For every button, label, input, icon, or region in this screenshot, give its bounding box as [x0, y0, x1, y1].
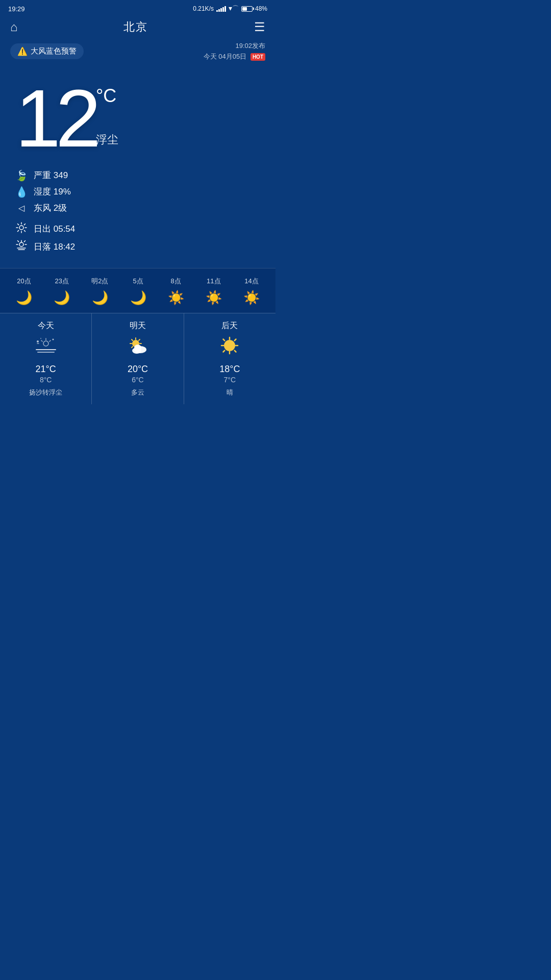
day-high-today: 21°C	[5, 364, 86, 375]
signal-icon	[216, 6, 226, 12]
leaf-icon: 🍃	[15, 169, 28, 182]
day-desc-tomorrow: 多云	[97, 388, 178, 397]
weather-details: 🍃 严重 349 💧 湿度 19% ◁ 东风 2级 日出 05:54	[0, 164, 276, 268]
weather-description: 浮尘	[96, 132, 118, 148]
day-icon-today	[5, 335, 86, 360]
temp-unit: °C	[96, 85, 118, 107]
menu-icon[interactable]: ☰	[254, 20, 265, 34]
humidity-row: 💧 湿度 19%	[15, 186, 260, 198]
day-icon-tomorrow	[97, 335, 178, 360]
moon-icon-0: 🌙	[16, 290, 32, 306]
day-low-day-after: 7°C	[189, 376, 270, 384]
svg-line-45	[235, 350, 236, 352]
hour-label-1: 23点	[55, 277, 68, 286]
hour-label-0: 20点	[17, 277, 31, 286]
hour-label-4: 8点	[171, 277, 181, 286]
alert-badge[interactable]: ⚠️ 大风蓝色预警	[10, 43, 84, 59]
moon-icon-1: 🌙	[54, 290, 70, 306]
wind-row: ◁ 东风 2级	[15, 202, 260, 214]
day-label-today: 今天	[5, 321, 86, 331]
day-label-tomorrow: 明天	[97, 321, 178, 331]
svg-line-32	[132, 339, 133, 340]
sunset-value: 日落 18:42	[34, 241, 75, 253]
day-label-day-after: 后天	[189, 321, 270, 331]
svg-line-14	[24, 240, 25, 241]
day-low-tomorrow: 6°C	[97, 376, 178, 384]
moon-icon-2: 🌙	[92, 290, 108, 306]
svg-line-8	[18, 230, 19, 231]
day-low-today: 8°C	[5, 376, 86, 384]
svg-line-46	[235, 339, 236, 340]
alert-date: 今天 04月05日 HOT	[204, 52, 265, 62]
day-icon-day-after	[189, 335, 270, 360]
hour-label-2: 明2点	[91, 277, 108, 286]
svg-point-9	[19, 242, 23, 247]
warning-icon: ⚠️	[17, 46, 28, 56]
hour-item-0: 20点 🌙	[16, 277, 32, 306]
svg-line-20	[49, 340, 51, 341]
hour-item-5: 11点 ☀️	[206, 277, 222, 306]
sunset-icon	[15, 240, 28, 254]
svg-line-5	[18, 224, 19, 225]
svg-line-35	[132, 346, 133, 347]
day-high-tomorrow: 20°C	[97, 364, 178, 375]
alert-bar: ⚠️ 大风蓝色预警 19:02发布 今天 04月05日 HOT	[0, 41, 276, 67]
day-item-day-after: 后天 18°C 7°C 晴	[184, 313, 276, 404]
status-time: 19:29	[8, 5, 25, 13]
svg-line-19	[41, 340, 42, 341]
hour-item-1: 23点 🌙	[54, 277, 70, 306]
hour-item-3: 5点 🌙	[130, 277, 146, 306]
aqi-value: 严重 349	[34, 169, 68, 181]
sun-icon-5: ☀️	[206, 290, 222, 306]
wind-value: 东风 2级	[34, 202, 67, 214]
svg-line-7	[24, 224, 25, 225]
temperature-display: 12	[15, 78, 96, 159]
hour-label-3: 5点	[133, 277, 143, 286]
sun-icon-4: ☀️	[168, 290, 184, 306]
home-icon[interactable]: ⌂	[10, 20, 18, 34]
day-desc-today: 扬沙转浮尘	[5, 388, 86, 397]
alert-meta: 19:02发布 今天 04月05日 HOT	[204, 41, 265, 62]
hot-badge: HOT	[251, 53, 265, 61]
svg-point-24	[37, 340, 39, 342]
svg-point-25	[52, 338, 54, 340]
sunset-row: 日落 18:42	[15, 240, 260, 254]
temp-unit-weather: °C 浮尘	[96, 78, 118, 148]
svg-line-13	[18, 240, 19, 241]
status-right: 0.21K/s ▾⌒ 48%	[193, 4, 267, 13]
svg-line-44	[223, 339, 225, 340]
sunrise-row: 日出 05:54	[15, 222, 260, 236]
alert-text: 大风蓝色预警	[31, 46, 77, 56]
svg-point-26	[40, 338, 41, 339]
battery-icon	[241, 6, 253, 12]
hour-item-2: 明2点 🌙	[91, 277, 108, 306]
battery-percent: 48%	[255, 5, 267, 12]
day-high-day-after: 18°C	[189, 364, 270, 375]
hour-label-5: 11点	[207, 277, 220, 286]
day-item-tomorrow: 明天 20°C 6°C 多云	[92, 313, 184, 404]
day-desc-day-after: 晴	[189, 388, 270, 397]
network-speed: 0.21K/s	[193, 5, 214, 12]
daily-forecast: 今天 21°C 8°C 扬沙转浮尘 明天	[0, 313, 276, 404]
publish-time: 19:02发布	[204, 41, 265, 52]
svg-point-39	[224, 340, 235, 351]
hour-label-6: 14点	[244, 277, 258, 286]
sunrise-value: 日出 05:54	[34, 223, 75, 235]
hour-item-4: 8点 ☀️	[168, 277, 184, 306]
status-bar: 19:29 0.21K/s ▾⌒ 48%	[0, 0, 276, 15]
wind-icon: ◁	[15, 203, 28, 213]
svg-point-17	[43, 341, 48, 346]
hourly-forecast: 20点 🌙 23点 🌙 明2点 🌙 5点 🌙 8点 ☀️ 11点 ☀️ 14点 …	[0, 268, 276, 313]
hour-item-6: 14点 ☀️	[243, 277, 260, 306]
day-item-today: 今天 21°C 8°C 扬沙转浮尘	[0, 313, 92, 404]
top-nav: ⌂ 北京 ☰	[0, 15, 276, 41]
city-title: 北京	[123, 19, 148, 35]
sunrise-icon	[15, 222, 28, 236]
humidity-icon: 💧	[15, 186, 28, 198]
svg-line-6	[24, 230, 25, 231]
humidity-value: 湿度 19%	[34, 186, 71, 198]
aqi-row: 🍃 严重 349	[15, 169, 260, 182]
svg-line-34	[139, 339, 140, 340]
wifi-icon: ▾⌒	[229, 4, 239, 13]
temperature-section: 12 °C 浮尘	[0, 67, 276, 164]
